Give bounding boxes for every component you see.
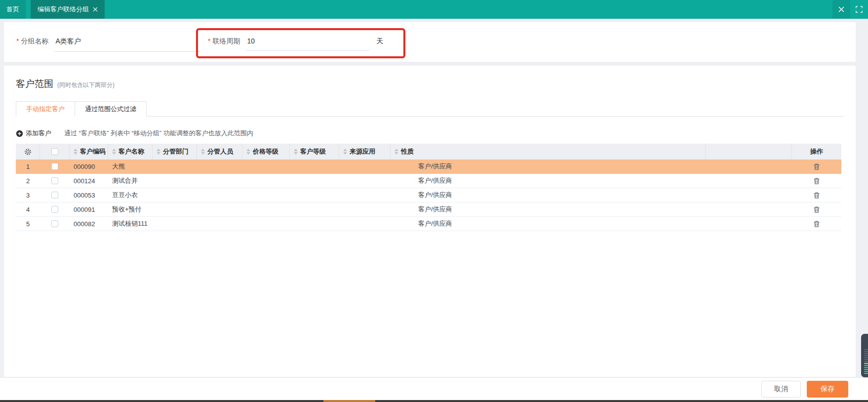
header-spacer: [706, 144, 792, 160]
department-cell: [153, 217, 197, 231]
customer-code-cell: 000053: [70, 188, 108, 202]
row-checkbox[interactable]: [51, 206, 58, 213]
sort-icon[interactable]: [294, 149, 298, 155]
header-label: 客户等级: [300, 147, 326, 156]
table-row[interactable]: 3 000053 豆豆小衣 客户/供应商: [16, 188, 841, 202]
tab-manual-customers[interactable]: 手动指定客户: [16, 101, 75, 117]
department-cell: [153, 160, 197, 173]
customer-code-cell: 000124: [70, 174, 108, 188]
sort-icon[interactable]: [112, 149, 116, 155]
price-level-cell: [242, 174, 290, 188]
trash-icon: [813, 163, 820, 170]
customer-level-cell: [290, 188, 339, 202]
group-name-input[interactable]: A类客户: [54, 37, 200, 52]
sort-icon[interactable]: [157, 149, 160, 155]
customer-table: 客户编码 客户名称 分管部门 分管人员 价格等级 客户等级: [16, 144, 841, 231]
action-cell: [792, 174, 841, 188]
fullscreen-icon[interactable]: [850, 0, 868, 19]
tab-edit-contact-group[interactable]: 编辑客户联络分组: [31, 0, 105, 19]
sort-icon[interactable]: [74, 149, 78, 155]
nature-cell: 客户/供应商: [391, 188, 706, 202]
price-level-cell: [242, 160, 290, 173]
contact-period-input[interactable]: 10: [246, 37, 369, 51]
header-nature[interactable]: 性质: [391, 144, 706, 160]
customer-level-cell: [290, 174, 339, 188]
sort-icon[interactable]: [343, 149, 347, 155]
header-source-app[interactable]: 来源应用: [339, 144, 391, 160]
header-department[interactable]: 分管部门: [153, 144, 197, 160]
tab-formula-filter[interactable]: 通过范围公式过滤: [75, 101, 147, 117]
column-settings-button[interactable]: [16, 144, 40, 160]
department-cell: [153, 174, 197, 188]
source-app-cell: [339, 217, 391, 231]
select-all-checkbox[interactable]: [51, 148, 58, 155]
required-mark: *: [208, 37, 210, 45]
header-label: 客户名称: [118, 147, 144, 156]
tab-formula-label: 通过范围公式过滤: [85, 105, 136, 114]
row-checkbox[interactable]: [51, 163, 58, 170]
table-row[interactable]: 2 000124 测试合并 客户/供应商: [16, 174, 841, 188]
table-row[interactable]: 4 000091 预收+预付 客户/供应商: [16, 202, 841, 217]
source-app-cell: [339, 188, 391, 202]
customer-level-cell: [290, 202, 339, 216]
header-customer-name[interactable]: 客户名称: [108, 144, 153, 160]
action-cell: [792, 202, 841, 216]
taskbar-active-app-indicator: [323, 400, 375, 402]
add-customer-hint: 通过 “客户联络” 列表中 “移动分组” 功能调整的客户也放入此范围内: [64, 129, 253, 138]
person-cell: [197, 202, 242, 216]
customer-name-cell: 测试核销111: [108, 217, 153, 231]
price-level-cell: [242, 217, 290, 231]
header-customer-level[interactable]: 客户等级: [290, 144, 339, 160]
customer-code-cell: 000090: [70, 160, 108, 173]
tab-bar-spacer: [105, 0, 832, 19]
close-icon[interactable]: [832, 0, 850, 19]
select-all-cell: [40, 144, 70, 160]
header-customer-code[interactable]: 客户编码: [70, 144, 108, 160]
table-row[interactable]: 1 000090 大熊 客户/供应商: [16, 160, 841, 174]
tab-home[interactable]: 首页: [0, 0, 26, 19]
delete-row-button[interactable]: [813, 192, 820, 199]
header-label: 分管部门: [163, 147, 189, 156]
row-index-cell: 5: [16, 217, 40, 231]
tab-close-icon[interactable]: [93, 7, 98, 12]
header-action: 操作: [792, 144, 841, 160]
header-price-level[interactable]: 价格等级: [242, 144, 290, 160]
add-customer-button[interactable]: 添加客户: [16, 129, 51, 138]
delete-row-button[interactable]: [813, 206, 820, 213]
trash-icon: [813, 220, 820, 228]
delete-row-button[interactable]: [813, 177, 820, 185]
table-header: 客户编码 客户名称 分管部门 分管人员 价格等级 客户等级: [16, 144, 841, 160]
action-cell: [792, 188, 841, 202]
header-label: 客户编码: [80, 147, 106, 156]
footer-bar: 取消 保存: [0, 377, 868, 400]
sort-icon[interactable]: [201, 149, 205, 155]
trash-icon: [813, 192, 820, 199]
tab-home-label: 首页: [6, 5, 19, 14]
table-row[interactable]: 5 000082 测试核销111 客户/供应商: [16, 217, 841, 231]
person-cell: [197, 174, 242, 188]
source-app-cell: [339, 202, 391, 216]
sort-icon[interactable]: [246, 149, 250, 155]
sort-icon[interactable]: [395, 149, 398, 155]
save-button[interactable]: 保存: [807, 381, 848, 398]
department-cell: [153, 202, 197, 216]
plus-circle-icon: [16, 130, 23, 137]
nature-cell: 客户/供应商: [391, 217, 706, 231]
gear-icon: [24, 148, 32, 156]
row-checkbox[interactable]: [51, 192, 58, 199]
customer-code-cell: 000091: [70, 202, 108, 216]
row-index-cell: 3: [16, 188, 40, 202]
delete-row-button[interactable]: [813, 163, 820, 170]
delete-row-button[interactable]: [813, 220, 820, 228]
price-level-cell: [242, 202, 290, 216]
row-checkbox[interactable]: [51, 220, 58, 227]
row-checkbox[interactable]: [51, 177, 58, 184]
row-index-cell: 4: [16, 202, 40, 216]
nature-cell: 客户/供应商: [391, 174, 706, 188]
row-checkbox-cell: [40, 160, 70, 173]
spacer-cell: [706, 188, 792, 202]
customer-name-cell: 豆豆小衣: [108, 188, 153, 202]
cancel-button[interactable]: 取消: [761, 381, 801, 398]
header-person[interactable]: 分管人员: [197, 144, 242, 160]
overlay-audio-meter-widget[interactable]: [861, 334, 868, 377]
